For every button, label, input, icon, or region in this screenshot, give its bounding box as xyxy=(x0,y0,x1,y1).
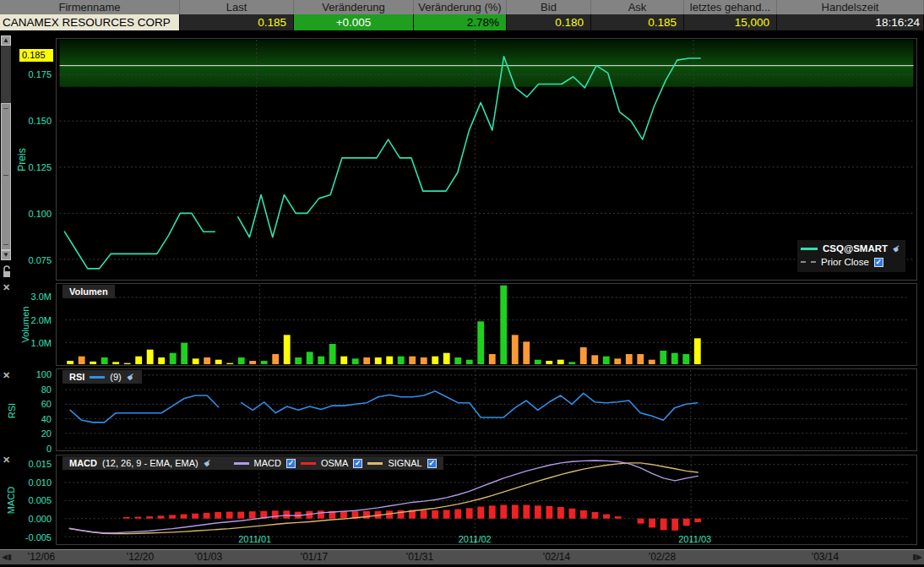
time-axis-label: '02/14 xyxy=(543,551,570,563)
rsi-title-text: RSI xyxy=(69,370,84,384)
company-name-cell[interactable]: CANAMEX RESOURCES CORP xyxy=(0,14,180,30)
trade-time-cell[interactable]: 18:16:24 xyxy=(777,14,924,30)
macd-axis-tick: 0.015 xyxy=(3,459,52,469)
price-axis-tick: 0.100 xyxy=(3,209,52,219)
column-header-change[interactable]: Veränderung xyxy=(294,0,414,14)
change-pct-cell[interactable]: 2.78% xyxy=(414,14,507,30)
month-axis-label: 2011/01 xyxy=(238,534,271,544)
macd-axis-label: MACD xyxy=(6,479,16,521)
column-header-ask[interactable]: Ask xyxy=(591,0,684,14)
column-header-bid[interactable]: Bid xyxy=(507,0,591,14)
rsi-line-sample xyxy=(90,376,105,379)
prior-close-line-sample xyxy=(801,261,816,263)
macd-line-sample xyxy=(234,462,249,465)
price-axis-tick: 0.150 xyxy=(3,116,52,126)
volume-chart[interactable] xyxy=(56,283,917,366)
time-axis-label: '01/17 xyxy=(301,551,328,563)
volume-panel-title: Volumen xyxy=(63,285,115,298)
series-legend-label: CSQ@SMART xyxy=(823,243,888,254)
current-price-marker: 0.185 xyxy=(19,49,53,62)
osma-line-sample xyxy=(301,462,316,465)
time-axis-label: '01/03 xyxy=(195,551,222,563)
price-chart[interactable] xyxy=(56,38,917,281)
quote-header-row: Firmenname Last Veränderung Veränderung … xyxy=(0,0,924,14)
rsi-panel-header: RSI (9) ☛ xyxy=(63,370,142,384)
quote-row: CANAMEX RESOURCES CORP 0.185 +0.005 2.78… xyxy=(0,14,924,30)
time-axis-label: '12/20 xyxy=(127,551,154,563)
prior-close-checkbox[interactable]: ✓ xyxy=(874,258,883,267)
time-axis-right-arrow[interactable]: ▮▶ xyxy=(909,552,922,563)
drag-hand-icon[interactable]: ☛ xyxy=(200,455,215,472)
rsi-chart[interactable] xyxy=(56,368,917,451)
column-header-firmenname[interactable]: Firmenname xyxy=(0,0,180,14)
last-size-cell[interactable]: 15,000 xyxy=(684,14,777,30)
change-cell[interactable]: +0.005 xyxy=(294,14,414,30)
column-header-last[interactable]: Last xyxy=(180,0,294,14)
time-axis-label: '03/14 xyxy=(812,551,839,563)
column-header-change-pct[interactable]: Veränderung (%) xyxy=(414,0,507,14)
volume-axis-label: Volumen xyxy=(20,299,30,350)
time-axis-label: '12/06 xyxy=(28,551,55,563)
drag-hand-icon[interactable]: ☛ xyxy=(890,242,904,255)
time-axis-label: '01/31 xyxy=(406,551,433,563)
price-axis-tick: 0.175 xyxy=(3,69,52,79)
month-axis-label: 2011/02 xyxy=(459,534,492,544)
time-axis-scrollbar[interactable]: ◀▮ ▮▶ '12/06'12/20'01/03'01/17'01/31'02/… xyxy=(0,549,924,564)
last-price-cell[interactable]: 0.185 xyxy=(180,14,294,30)
month-axis-label: 2011/03 xyxy=(678,534,711,544)
prior-close-legend-label: Prior Close xyxy=(821,257,869,267)
price-axis-label: Preis xyxy=(16,134,28,185)
macd-axis-tick: -0.005 xyxy=(3,532,52,542)
macd-panel-header: MACD (12, 26, 9 - EMA, EMA) ☛ MACD ✓ OSM… xyxy=(63,456,443,470)
macd-title-text: MACD xyxy=(69,456,97,470)
column-header-last-size[interactable]: letztes gehand... xyxy=(684,0,777,14)
signal-legend-label: SIGNAL xyxy=(388,456,421,470)
y-axis-gutter: 0.0750.1000.1250.1500.1751.0M2.0M3.0M020… xyxy=(0,34,54,548)
rsi-axis-tick: 100 xyxy=(3,369,52,379)
price-axis-tick: 0.075 xyxy=(3,255,52,265)
time-axis-label: '02/28 xyxy=(649,551,676,563)
column-header-trade-time[interactable]: Handelszeit xyxy=(777,0,924,14)
drag-hand-icon[interactable]: ☛ xyxy=(123,369,138,385)
macd-params-text: (12, 26, 9 - EMA, EMA) xyxy=(102,456,198,470)
macd-series-checkbox[interactable]: ✓ xyxy=(286,459,296,468)
macd-legend-label: MACD xyxy=(254,456,281,470)
osma-legend-label: OSMA xyxy=(321,456,348,470)
time-axis-left-arrow[interactable]: ◀▮ xyxy=(2,552,15,563)
signal-line-sample xyxy=(367,462,383,465)
rsi-axis-tick: 0 xyxy=(3,444,52,454)
bid-cell[interactable]: 0.180 xyxy=(507,14,591,30)
signal-series-checkbox[interactable]: ✓ xyxy=(427,459,437,468)
series-line-sample xyxy=(801,248,818,250)
rsi-axis-label: RSI xyxy=(7,394,17,428)
price-chart-legend: CSQ@SMART ☛ Prior Close ✓ xyxy=(797,240,905,272)
ask-cell[interactable]: 0.185 xyxy=(591,14,684,30)
volume-title-text: Volumen xyxy=(69,285,108,298)
osma-series-checkbox[interactable]: ✓ xyxy=(353,459,362,468)
rsi-axis-tick: 20 xyxy=(3,428,52,439)
rsi-axis-tick: 80 xyxy=(3,384,52,395)
trading-chart-window: Firmenname Last Veränderung Veränderung … xyxy=(0,0,924,567)
rsi-params-text: (9) xyxy=(110,370,121,384)
